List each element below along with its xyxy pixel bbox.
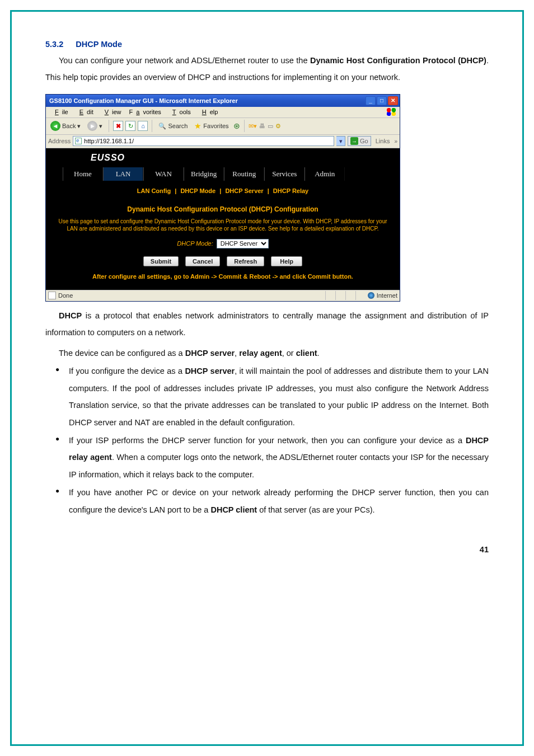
section-number: 5.3.2: [45, 40, 63, 49]
status-bar: Done Internet: [46, 290, 400, 301]
status-done: Done: [58, 292, 73, 299]
content-note: Use this page to set and configure the D…: [54, 218, 392, 232]
history-icon[interactable]: ✉▾: [249, 123, 257, 130]
content-title: Dynamic Host Configuration Protocol (DHC…: [54, 205, 392, 213]
home-icon[interactable]: ⌂: [138, 121, 148, 131]
router-page: EUSSO Home LAN WAN Bridging Routing Serv…: [46, 148, 400, 290]
list-item: If your ISP performs the DHCP server fun…: [55, 432, 489, 483]
forward-button[interactable]: ► ▾: [85, 120, 105, 132]
tab-bridging[interactable]: Bridging: [184, 167, 224, 181]
minimize-icon[interactable]: _: [366, 96, 376, 105]
submenu-lanconfig[interactable]: LAN Config: [135, 187, 173, 194]
windows-flag-icon: [385, 107, 397, 116]
router-logo: EUSSO: [91, 153, 125, 163]
menu-help[interactable]: Help: [195, 108, 222, 116]
internet-zone-icon: [368, 292, 374, 299]
menubar: File Edit View Favorites Tools Help: [46, 107, 400, 118]
menu-favorites[interactable]: Favorites: [126, 108, 165, 116]
links-label[interactable]: Links: [373, 138, 392, 144]
bullet-list: If you configure the device as a DHCP se…: [45, 363, 489, 518]
section-header: 5.3.2 DHCP Mode: [45, 40, 489, 49]
help-button[interactable]: Help: [271, 256, 302, 266]
cancel-button[interactable]: Cancel: [185, 256, 220, 266]
menu-file[interactable]: File: [48, 108, 72, 116]
address-label: Address: [48, 138, 71, 144]
refresh-icon[interactable]: ↻: [125, 121, 135, 131]
intro-paragraph: You can configure your network and ADSL/…: [45, 52, 489, 86]
menu-tools[interactable]: Tools: [166, 108, 194, 116]
favorites-button[interactable]: ★Favorites: [192, 121, 231, 131]
submenu-dhcpserver[interactable]: DHCP Server: [223, 187, 265, 194]
status-page-icon: [48, 292, 56, 299]
submit-button[interactable]: Submit: [143, 256, 179, 266]
print-icon[interactable]: 🖶: [259, 123, 265, 129]
media-icon[interactable]: ⊛: [233, 121, 240, 130]
submenu-dhcpmode[interactable]: DHCP Mode: [178, 187, 218, 194]
main-tabs: Home LAN WAN Bridging Routing Services A…: [46, 167, 400, 181]
tab-services[interactable]: Services: [264, 167, 305, 181]
tab-lan[interactable]: LAN: [103, 167, 143, 181]
status-zone: Internet: [377, 292, 397, 299]
discuss-icon[interactable]: ⚙: [275, 123, 281, 130]
mode-label: DHCP Mode:: [177, 240, 213, 247]
tab-routing[interactable]: Routing: [224, 167, 264, 181]
refresh-button[interactable]: Refresh: [227, 256, 264, 266]
address-bar: Address http://192.168.1.1/ ▾ →Go Links»: [46, 135, 400, 148]
toolbar: ◄Back ▾ ► ▾ ✖ ↻ ⌂ 🔍Search ★Favorites ⊛ ✉…: [46, 118, 400, 135]
search-button[interactable]: 🔍Search: [156, 122, 190, 130]
sub-menu: LAN Config | DHCP Mode | DHCP Server | D…: [46, 181, 400, 199]
dhcp-intro: DHCP is a protocol that enables network …: [45, 307, 489, 341]
page-icon: [75, 138, 82, 144]
submenu-dhcprelay[interactable]: DHCP Relay: [271, 187, 311, 194]
menu-edit[interactable]: Edit: [73, 108, 97, 116]
tab-wan[interactable]: WAN: [143, 167, 184, 181]
menu-view[interactable]: View: [98, 108, 125, 116]
tab-admin[interactable]: Admin: [305, 167, 345, 181]
maximize-icon[interactable]: □: [377, 96, 387, 105]
close-icon[interactable]: ✕: [388, 96, 398, 105]
edit-icon[interactable]: ▭: [268, 123, 273, 130]
section-title: DHCP Mode: [76, 40, 122, 49]
commit-footnote: After configure all settings, go to Admi…: [54, 273, 392, 280]
back-button[interactable]: ◄Back ▾: [48, 120, 83, 132]
browser-screenshot: GS8100 Configuration Manager GUI - Micro…: [45, 94, 489, 302]
dhcp-mode-select[interactable]: DHCP Server: [217, 239, 269, 248]
list-item: If you configure the device as a DHCP se…: [55, 363, 489, 431]
tab-home[interactable]: Home: [63, 167, 103, 181]
page-number: 41: [45, 545, 489, 554]
list-item: If you have another PC or device on your…: [55, 484, 489, 518]
address-input[interactable]: http://192.168.1.1/: [73, 136, 334, 146]
address-dropdown-icon[interactable]: ▾: [336, 136, 345, 146]
roles-line: The device can be configured as a DHCP s…: [45, 345, 489, 361]
go-button[interactable]: →Go: [348, 136, 371, 146]
stop-icon[interactable]: ✖: [113, 121, 123, 131]
window-title: GS8100 Configuration Manager GUI - Micro…: [49, 97, 238, 104]
window-titlebar: GS8100 Configuration Manager GUI - Micro…: [46, 95, 400, 107]
